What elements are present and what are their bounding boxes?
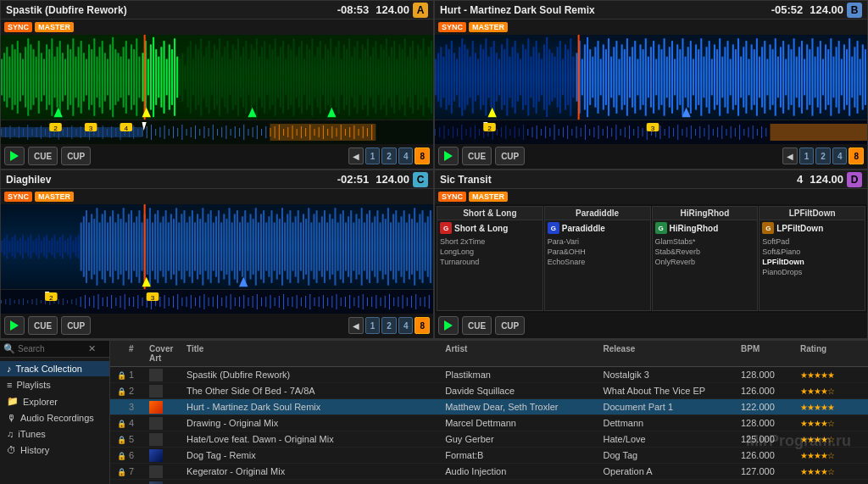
- deck-b-loop-prev[interactable]: ◀: [782, 147, 798, 164]
- svg-rect-73: [195, 44, 197, 109]
- svg-rect-117: [311, 38, 313, 115]
- sidebar-item-track-collection[interactable]: ♪ Track Collection: [0, 361, 109, 376]
- svg-rect-620: [287, 214, 288, 279]
- sidebar-item-explorer[interactable]: 📁 Explorer: [0, 393, 109, 409]
- track-row[interactable]: 🔒 4 Drawing - Original Mix Marcel Dettma…: [110, 415, 868, 431]
- deck-a-loop-1[interactable]: 1: [365, 147, 381, 164]
- svg-rect-200: [133, 125, 134, 139]
- track-row[interactable]: 🔒 8 Talking with the Analogs - Original …: [110, 480, 868, 484]
- deck-c-master-btn[interactable]: MASTER: [35, 192, 74, 202]
- sampler-icon-1[interactable]: G: [548, 222, 559, 234]
- track-row[interactable]: 🔒 6 Dog Tag - Remix Format:B Dog Tag 126…: [110, 448, 868, 464]
- deck-b-bpm: 124.00: [810, 3, 843, 16]
- sampler-sub-item[interactable]: EchoSnare: [548, 257, 648, 267]
- deck-c-cup-button[interactable]: CUP: [61, 316, 91, 335]
- sampler-sub-item[interactable]: PianoDrops: [762, 267, 862, 277]
- close-icon[interactable]: ✕: [88, 343, 96, 354]
- sampler-icon-0[interactable]: G: [440, 222, 452, 234]
- deck-c-cue-button[interactable]: CUE: [28, 316, 58, 335]
- sampler-sub-item[interactable]: Para&OHH: [548, 247, 648, 257]
- deck-b-play-button[interactable]: [438, 147, 459, 165]
- deck-d-master-btn[interactable]: MASTER: [469, 192, 508, 202]
- sampler-icon-3[interactable]: G: [762, 222, 774, 234]
- search-input[interactable]: [18, 344, 86, 353]
- deck-a-loop-prev[interactable]: ◀: [348, 147, 364, 164]
- th-rating[interactable]: Rating: [797, 342, 865, 364]
- track-row[interactable]: 🔒 2 The Other Side Of Bed - 7A/8A Davide…: [110, 383, 868, 399]
- deck-b-loop-2[interactable]: 2: [815, 147, 831, 164]
- svg-rect-384: [756, 38, 758, 115]
- deck-c-loop-8[interactable]: 8: [415, 317, 430, 334]
- sidebar-item-playlists[interactable]: ≡ Playlists: [0, 377, 109, 392]
- deck-a-play-button[interactable]: [4, 147, 25, 165]
- deck-b-loop-4[interactable]: 4: [832, 147, 848, 164]
- sidebar-item-history[interactable]: ⏱ History: [0, 442, 109, 458]
- svg-rect-72: [192, 59, 194, 96]
- svg-rect-80: [214, 44, 215, 109]
- svg-rect-685: [27, 300, 28, 303]
- deck-a-loop-8[interactable]: 8: [415, 147, 430, 164]
- svg-rect-371: [721, 57, 723, 98]
- svg-rect-59: [158, 57, 159, 98]
- svg-rect-63: [169, 44, 170, 109]
- svg-rect-406: [815, 57, 816, 98]
- svg-rect-123: [327, 49, 329, 105]
- sampler-sub-item-active[interactable]: LPFiltDown: [762, 257, 862, 267]
- th-artist[interactable]: Artist: [442, 342, 599, 364]
- track-row[interactable]: 🔒 5 Hate/Love feat. Dawn - Original Mix …: [110, 431, 868, 448]
- deck-a-loop-2[interactable]: 2: [381, 147, 397, 164]
- deck-d-sync-btn[interactable]: SYNC: [438, 192, 466, 202]
- svg-rect-430: [435, 129, 436, 136]
- sampler-sub-item[interactable]: OnlyReverb: [655, 257, 755, 267]
- deck-c-loop-2[interactable]: 2: [381, 317, 397, 334]
- deck-b-loop-1[interactable]: 1: [799, 147, 815, 164]
- deck-a-cup-button[interactable]: CUP: [61, 147, 91, 165]
- track-release: Hate/Love: [599, 433, 737, 445]
- deck-b-cue-button[interactable]: CUE: [462, 147, 492, 165]
- sampler-sub-item[interactable]: LongLong: [440, 247, 540, 257]
- svg-rect-300: [533, 47, 535, 107]
- deck-a-loop-4[interactable]: 4: [398, 147, 414, 164]
- svg-rect-84: [224, 47, 225, 107]
- sidebar-item-audio-recordings[interactable]: 🎙 Audio Recordings: [0, 410, 109, 426]
- sidebar-item-itunes[interactable]: ♫ iTunes: [0, 426, 109, 442]
- sampler-icon-2[interactable]: G: [655, 222, 667, 234]
- deck-c-loop-1[interactable]: 1: [365, 317, 381, 334]
- svg-rect-486: [677, 125, 678, 140]
- deck-b-loop-8[interactable]: 8: [849, 147, 864, 164]
- sampler-sub-item[interactable]: Turnaround: [440, 257, 540, 267]
- deck-d-cup-button[interactable]: CUP: [495, 316, 525, 335]
- deck-c: Diaghilev -02:51 124.00 C SYNC MASTER: [0, 170, 434, 339]
- deck-b-sync-btn[interactable]: SYNC: [438, 22, 466, 32]
- svg-rect-623: [295, 216, 297, 276]
- sampler-sub-item[interactable]: Para-Vari: [548, 236, 648, 247]
- deck-a-sync-btn[interactable]: SYNC: [4, 22, 32, 32]
- svg-rect-763: [371, 297, 372, 307]
- deck-b-header: Hurt - Martinez Dark Soul Remix -05:52 1…: [435, 1, 867, 19]
- th-title[interactable]: Title: [183, 342, 442, 364]
- deck-d-cue-button[interactable]: CUE: [462, 316, 492, 335]
- svg-rect-282: [485, 38, 487, 115]
- sampler-sub-item[interactable]: SoftPad: [762, 236, 862, 247]
- deck-a-master-btn[interactable]: MASTER: [35, 22, 74, 32]
- th-bpm[interactable]: BPM: [737, 342, 797, 364]
- svg-rect-104: [277, 57, 279, 98]
- deck-a-cue-button[interactable]: CUE: [28, 147, 58, 165]
- deck-d-play-button[interactable]: [438, 316, 459, 335]
- deck-c-sync-btn[interactable]: SYNC: [4, 192, 32, 202]
- sampler-sub-item[interactable]: GlamStabs*: [655, 236, 755, 247]
- svg-rect-559: [125, 222, 127, 270]
- track-row[interactable]: 🔒 7 Kegerator - Original Mix Audio Injec…: [110, 464, 868, 480]
- sampler-sub-item[interactable]: Soft&Piano: [762, 247, 862, 257]
- deck-c-loop-prev[interactable]: ◀: [348, 317, 364, 334]
- deck-c-play-button[interactable]: [4, 316, 25, 335]
- th-release[interactable]: Release: [599, 342, 737, 364]
- track-row[interactable]: 🔒 1 Spastik (Dubfire Rework) Plastikman …: [110, 367, 868, 383]
- sampler-sub-item[interactable]: Stab&Reverb: [655, 247, 755, 257]
- track-row[interactable]: 3 Hurt - Martinez Dark Soul Remix Matthe…: [110, 399, 868, 415]
- deck-b-master-btn[interactable]: MASTER: [469, 22, 508, 32]
- deck-b-cup-button[interactable]: CUP: [495, 147, 525, 165]
- deck-c-loop-4[interactable]: 4: [398, 317, 414, 334]
- sampler-sub-item[interactable]: Short 2xTime: [440, 236, 540, 247]
- svg-rect-524: [32, 241, 34, 253]
